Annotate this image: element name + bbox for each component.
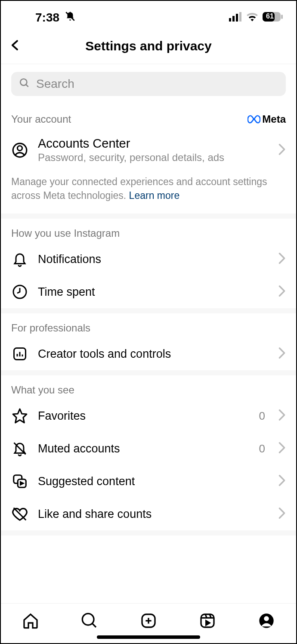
battery-level: 61 [266, 12, 274, 20]
row-title: Like and share counts [38, 508, 269, 521]
page-header: Settings and privacy [1, 31, 296, 64]
row-title: Accounts Center [38, 136, 269, 151]
divider [1, 370, 296, 375]
home-indicator [97, 635, 200, 639]
svg-point-23 [82, 613, 94, 625]
chevron-right-icon [278, 347, 286, 361]
row-suggested[interactable]: Suggested content [1, 465, 296, 498]
clock-icon [11, 283, 28, 300]
chevron-right-icon [278, 409, 286, 423]
chevron-right-icon [278, 474, 286, 488]
section-title-visibility: Who can see your content [1, 536, 296, 548]
svg-marker-17 [13, 409, 27, 423]
row-time-spent[interactable]: Time spent [1, 276, 296, 308]
row-title: Time spent [38, 285, 269, 299]
chevron-right-icon [278, 143, 286, 157]
divider [1, 530, 296, 536]
nav-search[interactable] [80, 611, 99, 630]
divider [1, 308, 296, 313]
chevron-right-icon [278, 507, 286, 521]
status-time: 7:38 [35, 11, 59, 25]
svg-line-9 [26, 84, 28, 87]
row-favorites[interactable]: Favorites 0 [1, 399, 296, 432]
svg-rect-4 [239, 12, 241, 22]
row-muted[interactable]: Muted accounts 0 [1, 432, 296, 465]
svg-rect-2 [232, 16, 235, 22]
status-bar: 7:38 61 [1, 1, 296, 31]
svg-point-8 [20, 79, 27, 85]
section-title-account: Your account [11, 113, 71, 125]
section-title-usage: How you use Instagram [11, 227, 120, 239]
row-subtitle: Password, security, personal details, ad… [38, 152, 269, 164]
svg-line-24 [92, 624, 96, 627]
svg-rect-3 [236, 14, 238, 22]
account-info-text: Manage your connected experiences and ac… [1, 171, 296, 214]
row-title: Notifications [38, 253, 269, 266]
row-value: 0 [259, 442, 265, 455]
chart-square-icon [11, 345, 28, 362]
row-creator-tools[interactable]: Creator tools and controls [1, 337, 296, 370]
search-icon [19, 77, 30, 90]
person-circle-icon [11, 142, 28, 159]
learn-more-link[interactable]: Learn more [129, 190, 180, 201]
nav-profile[interactable] [257, 611, 276, 630]
cellular-icon [229, 12, 242, 23]
back-button[interactable] [9, 37, 22, 55]
heart-off-icon [11, 505, 28, 523]
svg-marker-32 [206, 621, 210, 625]
nav-create[interactable] [139, 611, 158, 630]
wifi-icon [246, 12, 258, 23]
divider [1, 214, 296, 219]
media-icon [11, 473, 28, 490]
svg-rect-7 [281, 15, 283, 19]
svg-rect-28 [201, 614, 214, 627]
chevron-right-icon [278, 442, 286, 455]
search-input[interactable] [36, 77, 278, 91]
nav-reels[interactable] [198, 611, 217, 630]
row-like-share[interactable]: Like and share counts [1, 498, 296, 530]
row-title: Favorites [38, 409, 250, 423]
section-title-see: What you see [11, 384, 74, 396]
chevron-right-icon [278, 285, 286, 299]
page-title: Settings and privacy [85, 39, 211, 53]
svg-point-34 [264, 616, 269, 621]
section-title-pro: For professionals [11, 322, 90, 334]
row-title: Suggested content [38, 475, 269, 488]
row-title: Muted accounts [38, 442, 250, 455]
row-title: Creator tools and controls [38, 347, 269, 361]
bell-icon [11, 251, 28, 268]
row-accounts-center[interactable]: Accounts Center Password, security, pers… [1, 129, 296, 171]
svg-point-11 [17, 146, 22, 150]
search-box[interactable] [11, 72, 286, 96]
row-value: 0 [259, 409, 265, 423]
star-icon [11, 407, 28, 424]
row-notifications[interactable]: Notifications [1, 243, 296, 276]
battery-icon: 61 [263, 12, 283, 24]
bell-off-icon [11, 440, 28, 457]
meta-logo: Meta [248, 113, 286, 125]
chevron-right-icon [278, 252, 286, 266]
svg-rect-1 [229, 18, 231, 22]
svg-marker-21 [21, 482, 23, 485]
nav-home[interactable] [21, 611, 40, 630]
silent-icon [65, 11, 76, 25]
